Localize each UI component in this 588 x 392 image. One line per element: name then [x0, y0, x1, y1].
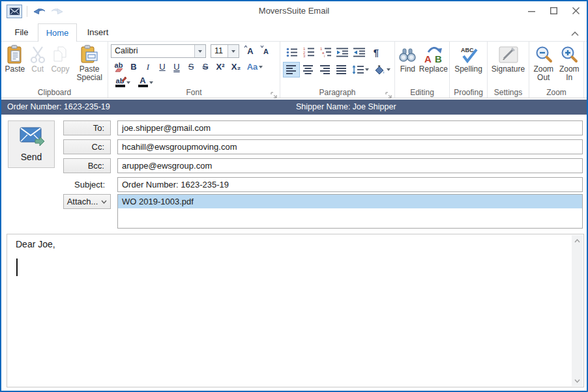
strikethrough-button[interactable]: S	[184, 60, 198, 74]
font-dialog-launcher[interactable]	[271, 89, 277, 96]
zoom-in-label: Zoom In	[557, 65, 583, 82]
increase-indent-button[interactable]	[351, 44, 368, 60]
replace-button[interactable]: AB Replace	[419, 43, 448, 87]
zoom-out-button[interactable]: Zoom Out	[531, 43, 557, 87]
cut-button[interactable]: Cut	[27, 43, 48, 87]
send-envelope-icon	[18, 126, 44, 150]
send-label: Send	[21, 152, 42, 162]
close-button[interactable]	[565, 1, 587, 21]
attachment-item[interactable]: WO 2019-1003.pdf	[118, 195, 582, 208]
maximize-icon	[550, 5, 557, 17]
superscript-button[interactable]: X²	[213, 60, 228, 74]
bcc-button[interactable]: Bcc:	[63, 158, 111, 173]
tab-insert[interactable]: Insert	[78, 23, 117, 42]
dialog-launcher-icon	[385, 92, 392, 98]
minimize-icon	[528, 5, 535, 17]
shading-button[interactable]	[371, 62, 392, 77]
zoom-out-icon	[535, 44, 553, 65]
subscript-label: X₂	[231, 62, 241, 72]
font-size-combobox[interactable]: 11	[211, 44, 239, 58]
to-button[interactable]: To:	[63, 120, 111, 135]
grow-font-icon: A	[247, 46, 253, 56]
subscript-button[interactable]: X₂	[228, 60, 244, 74]
ribbon-tab-row: File Home Insert	[1, 21, 587, 42]
scroll-down-icon	[574, 379, 580, 383]
cc-input[interactable]	[117, 139, 583, 154]
order-info-bar: Order Number: 1623-235-19 Shipper Name: …	[1, 100, 587, 115]
numbered-list-button[interactable]: 123	[300, 44, 317, 60]
to-input[interactable]	[117, 120, 583, 135]
grow-font-button[interactable]: A	[243, 44, 258, 58]
scroll-down-button[interactable]	[572, 375, 583, 386]
font-size-value: 11	[211, 45, 228, 57]
clear-format-eraser-icon: ab	[114, 62, 123, 72]
maximize-button[interactable]	[542, 1, 565, 21]
align-left-button[interactable]	[283, 62, 300, 77]
minimize-button[interactable]	[520, 1, 542, 21]
find-label: Find	[400, 65, 415, 74]
font-group-label: Font	[108, 88, 280, 97]
align-center-button[interactable]	[300, 62, 317, 77]
message-body-editor[interactable]: Dear Joe,	[7, 234, 584, 387]
underline-button[interactable]: U	[155, 60, 169, 74]
decrease-indent-button[interactable]	[334, 44, 351, 60]
align-right-button[interactable]	[317, 62, 334, 77]
proofing-group-label: Proofing	[450, 88, 487, 97]
line-spacing-icon	[352, 65, 364, 74]
shrink-font-button[interactable]: A	[258, 44, 274, 58]
subject-input[interactable]	[117, 177, 583, 192]
ribbon-group-proofing: ABC Spelling Proofing	[450, 42, 488, 98]
show-paragraph-marks-button[interactable]: ¶	[368, 44, 385, 60]
paste-special-button[interactable]: Paste Special	[72, 43, 106, 87]
shrink-font-icon: A	[263, 48, 269, 55]
double-strikethrough-button[interactable]: S	[198, 60, 213, 74]
bcc-input[interactable]	[117, 158, 583, 173]
italic-button[interactable]: I	[141, 60, 155, 74]
scroll-up-icon	[574, 239, 580, 243]
align-justify-button[interactable]	[334, 62, 351, 77]
font-color-button[interactable]: A	[134, 76, 156, 89]
text-highlight-button[interactable]: ab	[111, 76, 134, 89]
zoom-group-label: Zoom	[529, 88, 583, 97]
tab-file[interactable]: File	[7, 23, 37, 42]
spelling-button[interactable]: ABC Spelling	[451, 43, 486, 87]
bullet-list-button[interactable]	[283, 44, 300, 60]
paragraph-dialog-launcher[interactable]	[385, 89, 392, 96]
change-case-label: Aa	[247, 62, 258, 72]
cc-button[interactable]: Cc:	[63, 139, 111, 154]
copy-button[interactable]: Copy	[48, 43, 73, 87]
font-family-combobox[interactable]: Calibri	[111, 44, 206, 58]
strikethrough-label: S	[188, 62, 194, 72]
chevron-down-icon	[387, 68, 390, 71]
double-underline-button[interactable]: U	[169, 60, 184, 74]
attach-button[interactable]: Attach...	[63, 194, 111, 209]
collapse-ribbon-button[interactable]	[571, 27, 581, 36]
multilevel-list-button[interactable]: 1ai	[317, 44, 334, 60]
font-size-dropdown-button[interactable]	[228, 45, 239, 57]
signature-pen-icon	[499, 44, 518, 65]
outdent-icon	[336, 48, 348, 57]
line-spacing-button[interactable]	[350, 62, 371, 77]
ribbon-group-clipboard: Paste Cut Copy	[1, 42, 108, 98]
bullet-list-icon	[286, 48, 297, 57]
font-family-value: Calibri	[111, 45, 194, 57]
font-family-dropdown-button[interactable]	[194, 45, 205, 57]
change-case-button[interactable]: Aa	[244, 60, 266, 74]
body-scrollbar[interactable]	[572, 235, 583, 386]
tab-home[interactable]: Home	[38, 23, 77, 42]
chevron-down-icon	[259, 66, 263, 68]
chevron-down-icon	[101, 200, 107, 204]
scroll-up-button[interactable]	[572, 235, 583, 246]
align-right-icon	[320, 65, 331, 74]
signature-button[interactable]: Signature	[489, 43, 527, 87]
window-controls	[520, 1, 587, 21]
clear-formatting-button[interactable]: ab	[111, 60, 126, 74]
signature-label: Signature	[492, 65, 525, 74]
paste-button[interactable]: Paste	[3, 43, 27, 87]
find-button[interactable]: Find	[396, 43, 419, 87]
bold-button[interactable]: B	[126, 60, 141, 74]
zoom-in-button[interactable]: Zoom In	[557, 43, 583, 87]
order-number-label: Order Number:	[7, 102, 61, 111]
svg-text:ABC: ABC	[461, 47, 474, 53]
send-button[interactable]: Send	[8, 120, 55, 168]
